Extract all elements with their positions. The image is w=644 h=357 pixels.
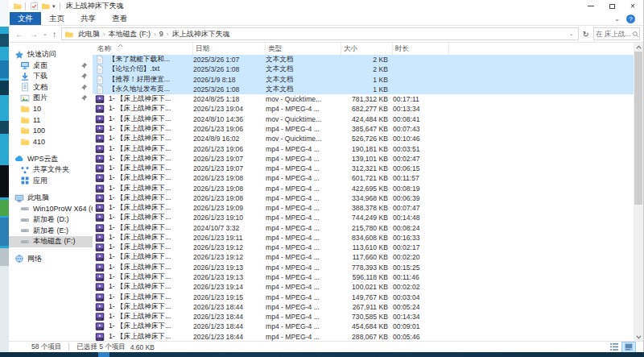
sidebar-item-network[interactable]: 网络 xyxy=(9,254,93,265)
file-row[interactable]: 1- 【床上战神床下...2026/1/23 19:15mp4 - MPEG-4… xyxy=(93,292,634,301)
sidebar-item-documents[interactable]: 文档 xyxy=(9,82,93,93)
recent-locations-icon[interactable]: ⌄ xyxy=(41,31,49,37)
minimize-button[interactable] xyxy=(580,0,601,12)
scroll-up-icon[interactable] xyxy=(634,43,643,51)
file-row[interactable]: 1- 【床上战神床下...2026/1/23 19:12mp4 - MPEG-4… xyxy=(93,243,634,252)
folder-icon xyxy=(20,104,30,114)
forward-icon[interactable]: → xyxy=(27,30,41,39)
sidebar-item-desktop[interactable]: 桌面 xyxy=(9,60,93,72)
vertical-scrollbar[interactable] xyxy=(634,43,643,341)
scrollbar-thumb[interactable] xyxy=(634,52,642,205)
file-row[interactable]: 1- 【床上战神床下...2024/8/25 1:18mov - Quickti… xyxy=(93,94,634,104)
refresh-icon[interactable]: ↻ xyxy=(580,30,592,39)
sidebar-item-folder-100[interactable]: 100 xyxy=(9,126,93,137)
sidebar-item-folder-410[interactable]: 410 xyxy=(9,136,93,147)
taskbar-app-icon[interactable] xyxy=(98,352,109,357)
column-header-type[interactable]: 类型 xyxy=(266,43,341,55)
details-view-icon[interactable] xyxy=(608,342,621,352)
sidebar-item-quick-access[interactable]: 快速访问 xyxy=(9,49,93,60)
file-row[interactable]: 1- 【床上战神床下...2026/1/23 19:06mp4 - MPEG-4… xyxy=(93,124,634,134)
sidebar-item-drive-e[interactable]: 新加卷 (E:) xyxy=(9,226,93,237)
file-row[interactable]: 1- 【床上战神床下...2026/1/23 19:08mp4 - MPEG-4… xyxy=(93,183,634,193)
file-type: mov - Quicktime... xyxy=(266,95,341,103)
back-icon[interactable]: ← xyxy=(12,30,27,39)
file-row[interactable]: 1- 【床上战神床下...2026/1/23 18:44mp4 - MPEG-4… xyxy=(93,331,634,341)
file-row[interactable]: 1- 【床上战神床下...2026/1/23 19:07mp4 - MPEG-4… xyxy=(93,164,634,173)
file-dur: 00:02:20 xyxy=(393,253,449,261)
file-row[interactable]: 【永久地址发布页...2025/3/26 1:08文本文档1 KB xyxy=(93,85,634,94)
sidebar-item-wps-cloud[interactable]: WPS云盘 xyxy=(9,154,93,165)
address-dropdown-icon[interactable]: ⌄ xyxy=(567,31,576,37)
file-size: 1 KB xyxy=(341,76,393,84)
file-row[interactable]: 1- 【床上战神床下...2026/1/23 19:08mp4 - MPEG-4… xyxy=(93,173,634,183)
file-row[interactable]: 1- 【床上战神床下...2026/1/23 18:44mp4 - MPEG-4… xyxy=(93,312,634,322)
file-row[interactable]: 1- 【床上战神床下...2026/1/23 18:44mp4 - MPEG-4… xyxy=(93,302,634,312)
file-row[interactable]: 1- 【床上战神床下...2026/1/23 19:04mp4 - MPEG-4… xyxy=(93,104,634,114)
divider xyxy=(68,343,69,351)
column-header-size[interactable]: 大小 xyxy=(341,43,393,55)
file-row[interactable]: 1- 【床上战神床下...2024/8/10 14:36mov - Quickt… xyxy=(93,114,634,124)
file-row[interactable]: 1- 【床上战神床下...2026/1/23 19:13mp4 - MPEG-4… xyxy=(93,263,634,272)
quick-access-properties-icon[interactable] xyxy=(29,2,39,11)
video-icon xyxy=(95,213,105,222)
file-size: 601,721 KB xyxy=(341,174,393,182)
help-button[interactable]: ? xyxy=(626,15,635,23)
address-bar[interactable]: 此电脑 › 本地磁盘 (F:) › 9 › 床上战神床下失魂 ⌄ xyxy=(61,27,579,40)
taskbar[interactable] xyxy=(0,352,644,357)
file-row[interactable]: 1- 【床上战神床下...2026/1/23 18:44mp4 - MPEG-4… xyxy=(93,322,634,331)
tab-view[interactable]: 查看 xyxy=(104,12,135,25)
column-header-name[interactable]: 名称 xyxy=(95,43,193,55)
file-type: mp4 - MPEG-4 ... xyxy=(266,224,341,232)
tab-home[interactable]: 主页 xyxy=(41,12,72,25)
file-row[interactable]: 【推荐！好用便宜...2026/1/9 8:18文本文档1 KB xyxy=(93,75,634,85)
file-row[interactable]: 1- 【床上战神床下...2026/1/23 19:13mp4 - MPEG-4… xyxy=(93,272,634,282)
file-row[interactable]: 1- 【床上战神床下...2026/1/23 19:11mp4 - MPEG-4… xyxy=(93,233,634,243)
close-button[interactable]: × xyxy=(622,0,643,12)
ribbon-collapse-icon[interactable]: ⌄ xyxy=(614,15,620,23)
quick-access-toolbar-dropdown-icon[interactable]: ▾ xyxy=(52,3,56,10)
sidebar-item-folder-11[interactable]: 11 xyxy=(9,114,93,126)
column-header-duration[interactable]: 时长 xyxy=(393,43,449,55)
file-size: 781,312 KB xyxy=(341,95,393,103)
file-row[interactable]: 1- 【床上战神床下...2026/1/23 19:14mp4 - MPEG-4… xyxy=(93,282,634,292)
search-box[interactable] xyxy=(593,27,640,40)
video-icon xyxy=(95,282,105,292)
file-date: 2026/1/23 19:13 xyxy=(193,264,266,272)
sidebar-item-this-pc[interactable]: 此电脑 xyxy=(9,193,93,204)
sidebar-item-drive-c[interactable]: Win10ProW X64 (C:) xyxy=(9,204,93,215)
star-icon xyxy=(14,50,24,60)
breadcrumb-this-pc[interactable]: 此电脑 xyxy=(76,29,102,39)
file-row[interactable]: 1- 【床上战神床下...2026/1/23 19:06mp4 - MPEG-4… xyxy=(93,143,634,153)
thumbnail-view-icon[interactable] xyxy=(622,342,635,352)
scroll-down-icon[interactable] xyxy=(634,333,643,341)
up-icon[interactable]: ↑ xyxy=(49,30,60,39)
sidebar-item-apps[interactable]: 应用 xyxy=(9,176,93,187)
quick-access-newfolder-icon[interactable] xyxy=(40,2,50,11)
file-row[interactable]: 【来了就能下载和...2025/3/26 1:07文本文档2 KB xyxy=(93,55,634,64)
breadcrumb-drive-f[interactable]: 本地磁盘 (F:) xyxy=(106,29,154,39)
sidebar-item-pictures[interactable]: 图片 xyxy=(9,93,93,104)
sidebar-item-folder-10[interactable]: 10 xyxy=(9,104,93,115)
video-icon xyxy=(95,173,105,183)
file-row[interactable]: 1- 【床上战神床下...2026/1/23 19:12mp4 - MPEG-4… xyxy=(93,252,634,262)
file-row[interactable]: 【论坛介绍】.txt2025/3/26 1:08文本文档2 KB xyxy=(93,64,634,74)
file-dur: 00:08:19 xyxy=(393,185,449,193)
sidebar-item-shared-folder[interactable]: 共享文件夹 xyxy=(9,164,93,176)
file-row[interactable]: 1- 【床上战神床下...2026/1/23 19:10mp4 - MPEG-4… xyxy=(93,213,634,222)
file-row[interactable]: 1- 【床上战神床下...2024/10/7 3:32mp4 - MPEG-4 … xyxy=(93,223,634,233)
maximize-button[interactable] xyxy=(601,0,622,12)
breadcrumb-folder-9[interactable]: 9 xyxy=(157,30,166,38)
search-input[interactable] xyxy=(594,30,632,38)
sidebar-item-downloads[interactable]: 下载 xyxy=(9,71,93,82)
sidebar-item-drive-d[interactable]: 新加卷 (D:) xyxy=(9,214,93,226)
sidebar-item-drive-f[interactable]: 本地磁盘 (F:) xyxy=(9,236,93,247)
file-row[interactable]: 1- 【床上战神床下...2024/8/9 16:02mov - Quickti… xyxy=(93,134,634,143)
file-row[interactable]: 1- 【床上战神床下...2026/1/23 19:08mp4 - MPEG-4… xyxy=(93,193,634,203)
file-row[interactable]: 1- 【床上战神床下...2026/1/23 19:09mp4 - MPEG-4… xyxy=(93,203,634,213)
tab-share[interactable]: 共享 xyxy=(72,12,104,25)
tab-file[interactable]: 文件 xyxy=(10,12,41,25)
file-type: mp4 - MPEG-4 ... xyxy=(266,105,341,113)
breadcrumb-current-folder[interactable]: 床上战神床下失魂 xyxy=(169,29,232,39)
column-header-date[interactable]: 日期 xyxy=(193,43,266,55)
file-row[interactable]: 1- 【床上战神床下...2026/1/23 19:07mp4 - MPEG-4… xyxy=(93,154,634,164)
